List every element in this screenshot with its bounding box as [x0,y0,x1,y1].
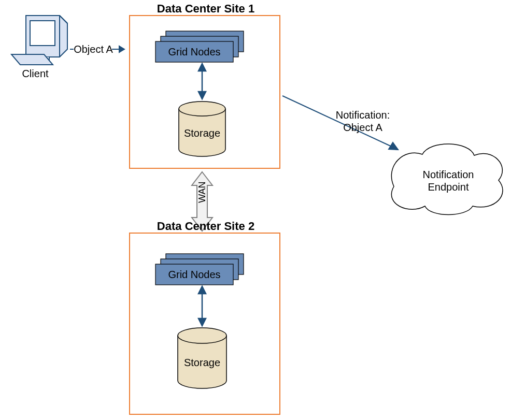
diagram-canvas [0,0,525,420]
site1-gridnodes-label: Grid Nodes [155,46,233,58]
svg-marker-9 [198,92,206,99]
object-a-label: Object A [73,43,114,55]
svg-rect-0 [30,21,55,46]
site1-storage-label: Storage [179,127,225,139]
notification-endpoint-label: Notification Endpoint [415,168,482,193]
wan-label: WAN [197,191,208,203]
notification-label: Notification: Object A [327,109,399,134]
svg-marker-3 [119,46,124,52]
svg-marker-16 [198,318,206,326]
site2-title: Data Center Site 2 [144,220,268,233]
svg-marker-15 [198,286,206,294]
svg-point-17 [178,328,226,343]
svg-point-10 [179,102,225,116]
svg-marker-19 [389,142,398,150]
site2-grid-storage-arrow [198,286,206,326]
site1-title: Data Center Site 1 [144,2,268,16]
client-label: Client [9,67,61,80]
client-icon [11,16,67,65]
site2-storage-label: Storage [178,356,226,369]
svg-marker-8 [198,64,206,71]
site2-gridnodes-label: Grid Nodes [155,268,233,281]
site1-grid-storage-arrow [198,64,206,99]
